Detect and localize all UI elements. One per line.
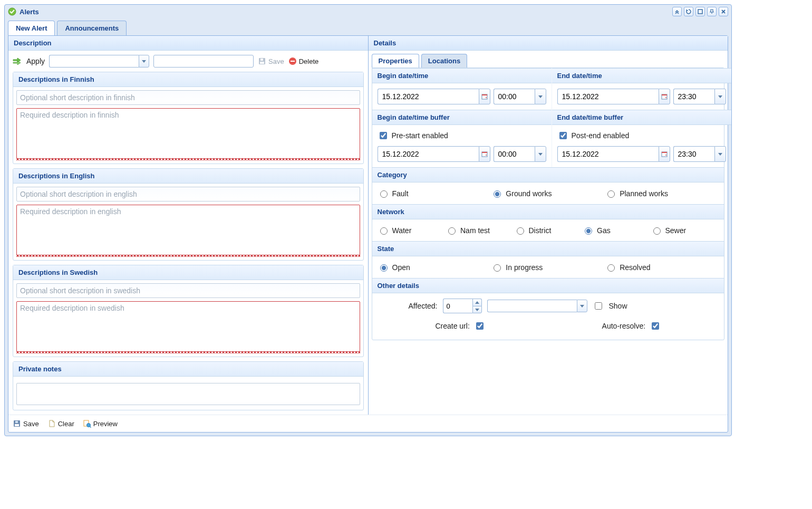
spinner-up-icon[interactable]: [472, 299, 482, 306]
svg-rect-14: [482, 152, 487, 153]
svg-point-9: [486, 97, 487, 98]
pin-icon[interactable]: [707, 7, 717, 16]
finnish-short-input[interactable]: [16, 90, 360, 105]
refresh-icon[interactable]: [684, 7, 693, 16]
category-fault[interactable]: Fault: [378, 189, 491, 198]
category-ground-works[interactable]: Ground works: [491, 189, 605, 198]
preview-button[interactable]: Preview: [83, 419, 118, 428]
tab-announcements[interactable]: Announcements: [57, 21, 127, 35]
tab-locations[interactable]: Locations: [421, 54, 467, 68]
details-header: Details: [369, 36, 728, 51]
category-planned-works[interactable]: Planned works: [605, 189, 719, 198]
chevron-down-icon[interactable]: [714, 146, 726, 162]
svg-rect-8: [482, 94, 487, 95]
chevron-down-icon[interactable]: [577, 300, 587, 312]
svg-rect-4: [260, 59, 263, 61]
prestart-checkbox[interactable]: [380, 132, 387, 139]
tab-properties[interactable]: Properties: [372, 54, 419, 68]
show-checkbox[interactable]: [595, 302, 602, 310]
other-details-header: Other details: [372, 278, 724, 293]
auto-resolve-checkbox[interactable]: [652, 322, 659, 330]
titlebar: Alerts: [5, 5, 731, 18]
network-sewer[interactable]: Sewer: [651, 226, 719, 235]
category-row: Fault Ground works Planned works: [372, 183, 724, 204]
preview-icon: [83, 419, 91, 428]
calendar-icon[interactable]: [659, 146, 670, 162]
affected-spinner[interactable]: [443, 299, 482, 313]
state-open[interactable]: Open: [378, 263, 491, 272]
save-template-button: Save: [258, 57, 284, 65]
close-icon[interactable]: [719, 7, 728, 16]
calendar-icon[interactable]: [479, 146, 490, 162]
svg-rect-21: [15, 421, 18, 423]
svg-rect-17: [662, 152, 667, 153]
desc-finnish-group: Descriptions in Finnish: [13, 72, 364, 164]
state-header: State: [372, 241, 724, 256]
network-header: Network: [372, 204, 724, 219]
begin-buffer-date-field[interactable]: [378, 146, 490, 162]
network-district[interactable]: District: [514, 226, 583, 235]
swedish-long-input[interactable]: [16, 301, 360, 352]
desc-english-group: Descriptions in English: [13, 168, 364, 261]
affected-unit-select[interactable]: [487, 300, 587, 312]
save-icon: [13, 419, 21, 428]
chevron-down-icon[interactable]: [714, 89, 726, 104]
desc-finnish-header: Descriptions in Finnish: [13, 72, 363, 87]
delete-template-button[interactable]: Delete: [288, 57, 319, 65]
chevron-down-icon[interactable]: [535, 89, 546, 104]
show-label: Show: [609, 302, 627, 310]
template-select-input[interactable]: [49, 55, 139, 68]
english-long-input[interactable]: [16, 205, 360, 255]
window-title: Alerts: [20, 8, 39, 16]
template-select[interactable]: [49, 55, 149, 68]
collapse-up-icon[interactable]: [672, 7, 682, 16]
auto-resolve-label: Auto-resolve:: [602, 322, 645, 330]
network-nam-test[interactable]: Nam test: [446, 226, 514, 235]
svg-rect-20: [15, 424, 19, 426]
end-time-field[interactable]: [673, 89, 726, 104]
create-url-label: Create url:: [435, 322, 469, 330]
tab-new-alert[interactable]: New Alert: [8, 21, 55, 35]
state-resolved[interactable]: Resolved: [605, 263, 719, 272]
calendar-icon[interactable]: [659, 89, 670, 104]
svg-point-18: [665, 155, 666, 156]
spinner-down-icon[interactable]: [472, 306, 482, 313]
begin-buffer-header: Begin date/time buffer: [372, 110, 552, 125]
private-notes-group: Private notes: [13, 361, 364, 410]
state-in-progress[interactable]: In progress: [491, 263, 605, 272]
svg-point-12: [665, 97, 666, 98]
apply-label: Apply: [26, 57, 45, 65]
private-notes-header: Private notes: [13, 362, 363, 377]
end-buffer-header: End date/time buffer: [552, 110, 731, 125]
begin-time-field[interactable]: [494, 89, 546, 104]
postend-checkbox[interactable]: [559, 132, 567, 139]
finnish-long-input[interactable]: [16, 108, 360, 159]
begin-buffer-time-field[interactable]: [494, 146, 546, 162]
end-dt-header: End date/time: [552, 68, 731, 83]
end-buffer-time-field[interactable]: [673, 146, 726, 162]
create-url-checkbox[interactable]: [476, 322, 484, 330]
category-header: Category: [372, 167, 724, 183]
svg-point-23: [86, 424, 90, 427]
private-notes-input[interactable]: [16, 383, 360, 405]
svg-point-15: [486, 155, 487, 156]
english-short-input[interactable]: [16, 187, 360, 201]
state-row: Open In progress Resolved: [372, 256, 724, 278]
desc-english-header: Descriptions in English: [13, 169, 363, 184]
svg-rect-3: [260, 62, 264, 64]
end-date-field[interactable]: [557, 89, 670, 104]
chevron-down-icon[interactable]: [535, 146, 546, 162]
begin-date-field[interactable]: [378, 89, 490, 104]
affected-label: Affected:: [380, 302, 438, 310]
maximize-icon[interactable]: [695, 7, 705, 16]
clear-button[interactable]: Clear: [47, 419, 74, 428]
swedish-short-input[interactable]: [16, 283, 360, 298]
chevron-down-icon[interactable]: [139, 55, 149, 68]
template-name-input[interactable]: [153, 55, 254, 68]
end-buffer-date-field[interactable]: [557, 146, 670, 162]
save-button[interactable]: Save: [13, 419, 39, 428]
network-water[interactable]: Water: [378, 226, 446, 235]
calendar-icon[interactable]: [479, 89, 490, 104]
network-gas[interactable]: Gas: [582, 226, 651, 235]
desc-swedish-group: Descriptions in Swedish: [13, 265, 364, 357]
